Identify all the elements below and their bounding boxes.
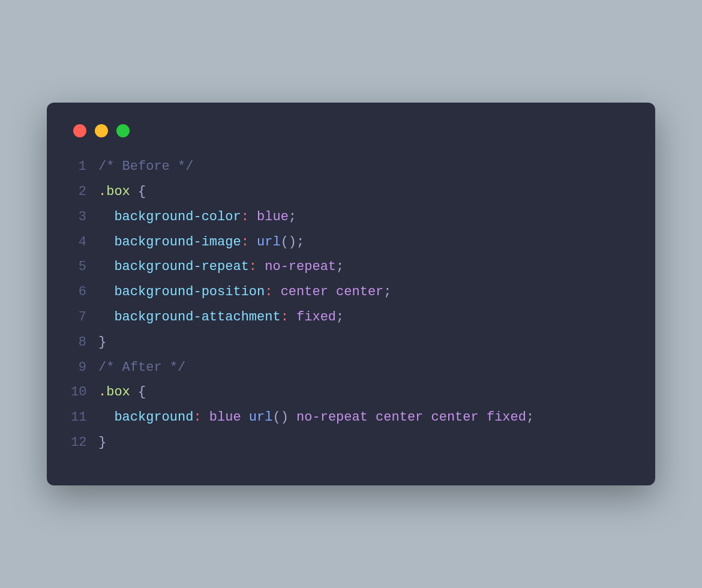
- code-token: ;: [289, 209, 296, 224]
- code-token: [130, 184, 138, 199]
- close-icon[interactable]: [73, 124, 86, 137]
- code-window: 1/* Before */2.box {3 background-color: …: [47, 103, 655, 485]
- code-token: background-position: [114, 284, 265, 299]
- code-token: background: [114, 410, 193, 425]
- code-line: 10.box {: [71, 380, 631, 405]
- code-token: blue: [209, 410, 241, 425]
- line-content: background-image: url();: [98, 230, 631, 255]
- code-token: no-repeat center center fixed: [296, 410, 526, 425]
- code-token: background-image: [114, 235, 241, 250]
- line-number: 3: [71, 205, 98, 230]
- code-token: [241, 410, 249, 425]
- code-token: [98, 259, 114, 274]
- code-token: [257, 259, 265, 274]
- code-line: 6 background-position: center center;: [71, 280, 631, 305]
- code-token: background-attachment: [114, 310, 280, 325]
- code-token: }: [98, 335, 106, 350]
- code-token: {: [138, 385, 146, 400]
- code-token: /* After */: [98, 360, 185, 375]
- code-token: [289, 410, 296, 425]
- code-token: [249, 209, 257, 224]
- code-token: url: [257, 235, 281, 250]
- code-line: 9/* After */: [71, 355, 631, 380]
- line-content: }: [98, 430, 631, 455]
- code-token: ;: [526, 410, 534, 425]
- code-line: 11 background: blue url() no-repeat cent…: [71, 405, 631, 430]
- code-line: 5 background-repeat: no-repeat;: [71, 254, 631, 280]
- code-token: box: [106, 385, 130, 400]
- code-token: :: [193, 410, 201, 425]
- code-line: 1/* Before */: [71, 154, 631, 179]
- code-token: [202, 410, 209, 425]
- code-token: [98, 310, 114, 325]
- line-number: 4: [71, 230, 98, 255]
- code-token: url: [249, 410, 273, 425]
- code-line: 7 background-attachment: fixed;: [71, 305, 631, 330]
- code-token: :: [281, 310, 289, 325]
- code-token: :: [249, 259, 257, 274]
- window-titlebar: [71, 121, 631, 154]
- code-token: background-repeat: [114, 259, 248, 274]
- code-token: blue: [257, 209, 289, 224]
- line-content: /* After */: [98, 355, 631, 380]
- line-content: background-position: center center;: [98, 280, 631, 305]
- code-token: {: [138, 184, 146, 199]
- line-content: background: blue url() no-repeat center …: [98, 405, 631, 430]
- line-content: background-color: blue;: [98, 205, 631, 230]
- line-number: 5: [71, 254, 98, 280]
- code-line: 4 background-image: url();: [71, 230, 631, 255]
- line-content: /* Before */: [98, 154, 631, 179]
- code-token: :: [265, 284, 272, 299]
- line-content: .box {: [98, 380, 631, 405]
- code-token: box: [106, 184, 130, 199]
- code-token: [130, 385, 138, 400]
- line-number: 12: [71, 430, 98, 455]
- code-token: center center: [281, 284, 384, 299]
- code-line: 2.box {: [71, 179, 631, 205]
- line-content: background-repeat: no-repeat;: [98, 254, 631, 280]
- code-token: .: [98, 385, 106, 400]
- line-number: 2: [71, 179, 98, 205]
- line-number: 1: [71, 154, 98, 179]
- line-number: 7: [71, 305, 98, 330]
- code-token: ): [281, 410, 289, 425]
- code-token: }: [98, 435, 106, 450]
- code-token: [289, 310, 296, 325]
- maximize-icon[interactable]: [116, 124, 130, 137]
- code-token: [272, 284, 280, 299]
- code-token: .: [98, 184, 106, 199]
- line-content: }: [98, 330, 631, 355]
- code-token: background-color: [114, 209, 241, 224]
- line-number: 6: [71, 280, 98, 305]
- code-token: [98, 410, 114, 425]
- code-token: :: [241, 235, 249, 250]
- code-token: ;: [383, 284, 391, 299]
- code-token: no-repeat: [265, 259, 336, 274]
- minimize-icon[interactable]: [95, 124, 108, 137]
- code-editor[interactable]: 1/* Before */2.box {3 background-color: …: [71, 154, 631, 455]
- code-token: ): [289, 235, 296, 250]
- code-line: 8}: [71, 330, 631, 355]
- code-token: ;: [336, 259, 344, 274]
- code-token: (: [272, 410, 280, 425]
- code-token: [249, 235, 257, 250]
- code-token: [98, 209, 114, 224]
- code-token: fixed: [296, 310, 336, 325]
- code-token: [98, 284, 114, 299]
- code-line: 3 background-color: blue;: [71, 205, 631, 230]
- code-token: [98, 235, 114, 250]
- line-number: 8: [71, 330, 98, 355]
- code-line: 12}: [71, 430, 631, 455]
- line-number: 11: [71, 405, 98, 430]
- line-number: 9: [71, 355, 98, 380]
- line-content: .box {: [98, 179, 631, 205]
- code-token: ;: [296, 235, 304, 250]
- code-token: (: [281, 235, 289, 250]
- code-token: :: [241, 209, 249, 224]
- line-content: background-attachment: fixed;: [98, 305, 631, 330]
- code-token: /* Before */: [98, 159, 193, 174]
- code-token: ;: [336, 310, 344, 325]
- line-number: 10: [71, 380, 98, 405]
